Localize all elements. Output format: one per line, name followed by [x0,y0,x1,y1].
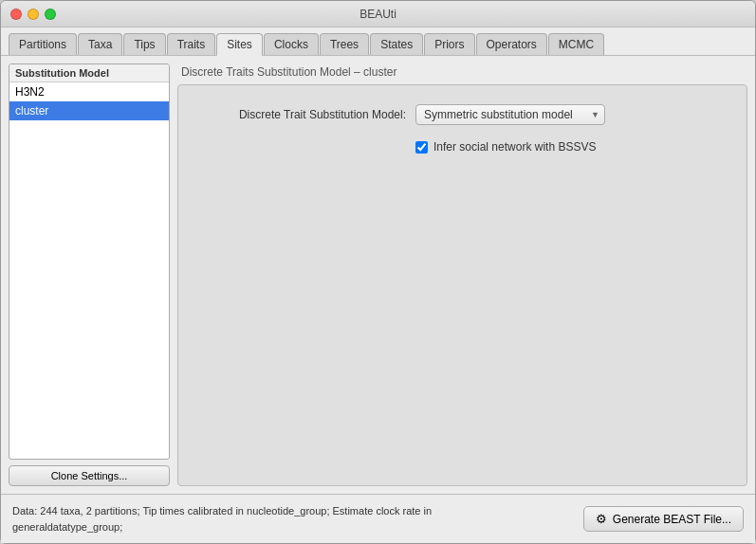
list-item-cluster[interactable]: cluster [9,101,169,120]
model-select[interactable]: Symmetric substitution model Asymmetric … [415,104,605,125]
gear-icon: ⚙ [596,512,607,526]
close-button[interactable] [10,9,22,20]
window-controls [10,9,56,20]
clone-settings-button[interactable]: Clone Settings... [9,465,170,486]
model-select-wrapper: Symmetric substitution model Asymmetric … [415,104,605,125]
tab-taxa[interactable]: Taxa [78,33,122,55]
model-field-label: Discrete Trait Substitution Model: [197,108,406,121]
tab-partitions[interactable]: Partitions [9,33,77,55]
generate-beast-button[interactable]: ⚙ Generate BEAST File... [583,506,744,532]
tab-sites[interactable]: Sites [216,33,263,56]
left-panel: Substitution Model H3N2 cluster Clone Se… [9,63,170,486]
panel-content: Discrete Trait Substitution Model: Symme… [177,84,747,486]
tab-trees[interactable]: Trees [320,33,369,55]
right-panel: Discrete Traits Substitution Model – clu… [177,63,747,486]
tab-tips[interactable]: Tips [123,33,165,55]
model-field-row: Discrete Trait Substitution Model: Symme… [197,104,728,125]
status-text: Data: 244 taxa, 2 partitions; Tip times … [12,503,544,535]
tab-operators[interactable]: Operators [476,33,547,55]
window-title: BEAUti [360,8,396,21]
panel-title: Discrete Traits Substitution Model – clu… [177,63,747,81]
tab-priors[interactable]: Priors [424,33,474,55]
tab-clocks[interactable]: Clocks [264,33,319,55]
maximize-button[interactable] [45,9,56,20]
main-window: BEAUti Partitions Taxa Tips Traits Sites… [0,0,756,544]
list-header: Substitution Model [9,64,169,82]
tab-traits[interactable]: Traits [167,33,216,55]
tab-states[interactable]: States [370,33,423,55]
title-bar: BEAUti [1,1,755,27]
tab-mcmc[interactable]: MCMC [548,33,604,55]
substitution-model-list[interactable]: Substitution Model H3N2 cluster [9,63,170,460]
content-area: Substitution Model H3N2 cluster Clone Se… [1,56,755,494]
checkbox-label: Infer social network with BSSVS [433,140,596,154]
minimize-button[interactable] [28,9,39,20]
checkbox-row: Infer social network with BSSVS [415,140,728,154]
bssvs-checkbox[interactable] [415,141,428,154]
generate-button-label: Generate BEAST File... [613,513,731,526]
status-bar: Data: 244 taxa, 2 partitions; Tip times … [1,494,755,543]
tabs-bar: Partitions Taxa Tips Traits Sites Clocks… [1,27,755,56]
list-item-h3n2[interactable]: H3N2 [9,82,169,101]
